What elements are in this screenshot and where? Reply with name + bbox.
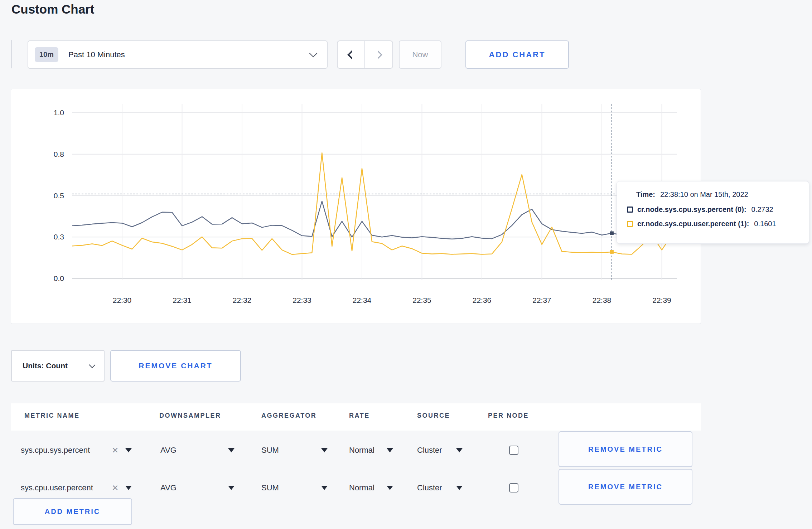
chevron-down-icon bbox=[309, 49, 318, 57]
source-select[interactable]: Cluster bbox=[417, 483, 442, 492]
tooltip-series-label: cr.node.sys.cpu.user.percent (1): bbox=[637, 220, 749, 228]
toolbar-divider bbox=[11, 40, 12, 68]
y-tick-label: 0.0 bbox=[54, 274, 64, 282]
per-node-checkbox[interactable] bbox=[509, 483, 518, 492]
y-tick-label: 1.0 bbox=[54, 108, 64, 117]
time-nav-group bbox=[337, 40, 393, 69]
dropdown-caret-icon bbox=[321, 486, 328, 490]
prev-time-button[interactable] bbox=[338, 41, 365, 68]
hover-marker-1 bbox=[610, 250, 614, 254]
dropdown-caret-icon bbox=[321, 448, 328, 452]
chevron-down-icon bbox=[89, 361, 95, 368]
line-chart[interactable]: 1.00.80.50.30.022:3022:3122:3222:3322:34… bbox=[11, 89, 701, 324]
x-tick-label: 22:34 bbox=[353, 296, 372, 304]
add-metric-button[interactable]: ADD METRIC bbox=[13, 498, 132, 525]
page-title: Custom Chart bbox=[11, 2, 94, 16]
x-tick-label: 22:35 bbox=[412, 296, 431, 304]
y-tick-label: 0.8 bbox=[54, 150, 64, 158]
dropdown-caret-icon bbox=[228, 448, 235, 452]
y-tick-label: 0.3 bbox=[54, 233, 64, 241]
series-line-1 bbox=[72, 153, 672, 254]
metric-table-row: sys.cpu.sys.percent✕AVGSUMNormalClusterR… bbox=[0, 431, 812, 469]
x-tick-label: 22:36 bbox=[473, 296, 492, 304]
time-range-select[interactable]: 10m Past 10 Minutes bbox=[28, 40, 328, 69]
chevron-right-icon bbox=[373, 50, 382, 59]
rate-select[interactable]: Normal bbox=[349, 483, 374, 492]
x-tick-label: 22:30 bbox=[113, 296, 132, 304]
remove-metric-button[interactable]: REMOVE METRIC bbox=[559, 431, 692, 467]
remove-metric-button[interactable]: REMOVE METRIC bbox=[559, 469, 692, 505]
metric-name-select[interactable]: sys.cpu.user.percent bbox=[21, 483, 93, 492]
dropdown-caret-icon bbox=[125, 486, 132, 490]
series-line-0 bbox=[72, 201, 672, 239]
metric-name-select[interactable]: sys.cpu.sys.percent bbox=[21, 446, 90, 455]
column-header-aggregator: AGGREGATOR bbox=[261, 412, 316, 419]
chevron-left-icon bbox=[348, 50, 357, 59]
tooltip-series-value: 0.2732 bbox=[751, 205, 773, 214]
source-select[interactable]: Cluster bbox=[417, 446, 442, 455]
chart-tooltip: Time:22:38:10 on Mar 15th, 2022 cr.node.… bbox=[617, 181, 809, 244]
chart-card: 1.00.80.50.30.022:3022:3122:3222:3322:34… bbox=[11, 89, 701, 324]
column-header-downsampler: DOWNSAMPLER bbox=[159, 412, 221, 419]
units-select[interactable]: Units: Count bbox=[11, 350, 105, 382]
series-swatch-icon bbox=[627, 221, 633, 227]
tooltip-time-value: 22:38:10 on Mar 15th, 2022 bbox=[660, 190, 748, 198]
dropdown-caret-icon bbox=[387, 486, 393, 490]
column-header-rate: RATE bbox=[349, 412, 370, 419]
downsampler-select[interactable]: AVG bbox=[160, 483, 177, 492]
clear-metric-icon[interactable]: ✕ bbox=[112, 445, 119, 455]
dropdown-caret-icon bbox=[228, 486, 235, 490]
now-button[interactable]: Now bbox=[399, 40, 441, 69]
dropdown-caret-icon bbox=[387, 448, 393, 452]
aggregator-select[interactable]: SUM bbox=[261, 483, 279, 492]
next-time-button[interactable] bbox=[365, 41, 393, 68]
tooltip-series-entry: cr.node.sys.cpu.sys.percent (0):0.2732 bbox=[627, 205, 809, 214]
aggregator-select[interactable]: SUM bbox=[261, 446, 279, 455]
time-range-badge: 10m bbox=[35, 47, 58, 62]
metrics-table-header: METRIC NAMEDOWNSAMPLERAGGREGATORRATESOUR… bbox=[11, 403, 701, 431]
column-header-per-node: PER NODE bbox=[488, 412, 529, 419]
dropdown-caret-icon bbox=[456, 448, 463, 452]
column-header-metric-name: METRIC NAME bbox=[24, 412, 80, 419]
units-label: Units: Count bbox=[23, 361, 68, 370]
tooltip-series-label: cr.node.sys.cpu.sys.percent (0): bbox=[637, 205, 746, 214]
hover-marker-0 bbox=[610, 232, 614, 235]
column-header-source: SOURCE bbox=[417, 412, 450, 419]
time-range-label: Past 10 Minutes bbox=[68, 50, 125, 59]
x-tick-label: 22:37 bbox=[532, 296, 551, 304]
dropdown-caret-icon bbox=[125, 448, 132, 452]
remove-chart-button[interactable]: REMOVE CHART bbox=[110, 350, 241, 382]
dropdown-caret-icon bbox=[456, 486, 463, 490]
downsampler-select[interactable]: AVG bbox=[160, 446, 177, 455]
x-tick-label: 22:32 bbox=[233, 296, 252, 304]
x-tick-label: 22:39 bbox=[652, 296, 671, 304]
x-tick-label: 22:38 bbox=[593, 296, 612, 304]
tooltip-time: Time:22:38:10 on Mar 15th, 2022 bbox=[636, 190, 809, 199]
tooltip-series-value: 0.1601 bbox=[754, 220, 776, 228]
x-tick-label: 22:33 bbox=[293, 296, 311, 304]
y-tick-label: 0.5 bbox=[54, 191, 64, 200]
add-chart-button[interactable]: ADD CHART bbox=[465, 40, 569, 69]
tooltip-series-entry: cr.node.sys.cpu.user.percent (1):0.1601 bbox=[627, 220, 809, 228]
tooltip-time-label: Time: bbox=[636, 190, 655, 198]
per-node-checkbox[interactable] bbox=[509, 446, 518, 455]
series-swatch-icon bbox=[627, 207, 633, 213]
rate-select[interactable]: Normal bbox=[349, 446, 374, 455]
clear-metric-icon[interactable]: ✕ bbox=[112, 483, 119, 492]
x-tick-label: 22:31 bbox=[173, 296, 192, 304]
